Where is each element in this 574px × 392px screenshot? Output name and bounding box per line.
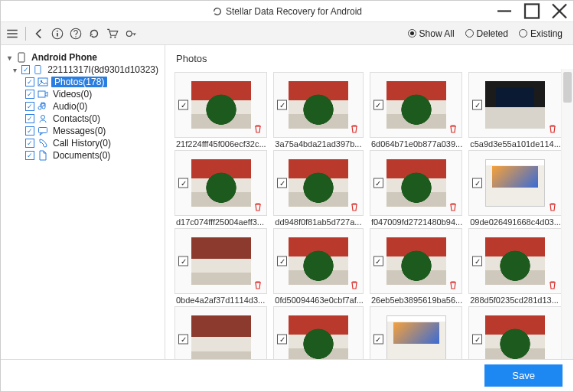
thumbnail-grid: 21f224fff45f006ecf32c...3a75a4bda21ad397… (165, 69, 561, 359)
checkbox[interactable] (21, 65, 30, 74)
back-icon[interactable] (32, 27, 46, 41)
thumbnail-filename: dd948f0f81ab5d727a... (273, 216, 364, 227)
thumbnail-item[interactable]: 09de026491668c4d03... (468, 150, 561, 227)
thumbnail-checkbox[interactable] (373, 335, 383, 345)
thumbnail-frame[interactable] (174, 72, 267, 138)
thumbnail-checkbox[interactable] (178, 178, 188, 188)
thumbnail-checkbox[interactable] (277, 256, 287, 266)
minimize-button[interactable] (491, 1, 518, 21)
thumbnail-checkbox[interactable] (472, 100, 482, 110)
checkbox[interactable] (25, 90, 34, 99)
refresh-icon[interactable] (87, 27, 101, 41)
tree-item[interactable]: Videos(0) (4, 88, 161, 100)
call-icon (38, 138, 48, 149)
trash-icon (547, 123, 558, 134)
footer: Save (1, 359, 573, 391)
thumbnail-checkbox[interactable] (178, 335, 188, 345)
checkbox[interactable] (25, 77, 34, 87)
thumbnail-frame[interactable] (370, 72, 462, 138)
thumbnail-item[interactable]: 3304edde4727d78185... (174, 306, 267, 359)
key-icon[interactable] (124, 27, 138, 41)
thumbnail-checkbox[interactable] (178, 100, 188, 110)
checkbox[interactable] (25, 126, 34, 136)
thumbnail-item[interactable]: d17c074fff25004aeff3... (174, 150, 267, 227)
thumbnail-frame[interactable] (174, 228, 267, 294)
thumbnail-checkbox[interactable] (472, 256, 482, 266)
svg-point-9 (110, 36, 112, 38)
thumbnail-item[interactable]: c5a9d3e55a101de114... (468, 72, 561, 149)
filter-show-all[interactable]: Show All (408, 28, 455, 39)
thumbnail-item[interactable]: 26eb5eb3895619ba56... (370, 228, 462, 305)
thumbnail-checkbox[interactable] (472, 335, 482, 345)
thumbnail-item[interactable]: 288d5f0235cd281d13... (468, 228, 561, 305)
title-bar: Stellar Data Recovery for Android (1, 1, 573, 22)
thumbnail-item[interactable]: 0bde4a2af37d1114d3... (174, 228, 267, 305)
thumbnail-item[interactable]: 6d064b71e0b877a039... (370, 72, 462, 149)
menu-icon[interactable] (5, 27, 19, 41)
help-icon[interactable] (69, 27, 83, 41)
thumbnail-frame[interactable] (370, 228, 462, 294)
sidebar: ▾ Android Phone ▾ 22111317I(8d9301d10323… (1, 45, 165, 359)
photo-preview (485, 159, 545, 207)
cart-icon[interactable] (106, 27, 119, 41)
thumbnail-filename: 6d064b71e0b877a039... (370, 138, 462, 149)
collapse-icon[interactable]: ▾ (5, 54, 13, 62)
thumbnail-checkbox[interactable] (373, 100, 383, 110)
messages-icon (38, 126, 48, 136)
thumbnail-item[interactable]: 3101eaf065f9d5626cb... (370, 306, 462, 359)
checkbox[interactable] (25, 114, 34, 123)
filter-existing[interactable]: Existing (519, 28, 563, 39)
thumbnail-item[interactable]: 3304edde4727d78185... (468, 306, 561, 359)
thumbnail-frame[interactable] (468, 306, 561, 359)
thumbnail-checkbox[interactable] (277, 178, 287, 188)
thumbnail-frame[interactable] (468, 228, 561, 294)
thumbnail-frame[interactable] (273, 306, 364, 359)
thumbnail-frame[interactable] (468, 150, 561, 216)
close-button[interactable] (546, 1, 573, 21)
tree-item[interactable]: Messages(0) (4, 125, 161, 137)
checkbox[interactable] (25, 102, 34, 111)
checkbox[interactable] (25, 139, 34, 148)
thumbnail-item[interactable]: 2b5c270cfed71b7067... (273, 306, 364, 359)
tree-item-label: Documents(0) (51, 150, 112, 161)
info-icon[interactable] (51, 27, 64, 41)
app-logo-icon (212, 6, 223, 17)
thumbnail-frame[interactable] (370, 150, 462, 216)
tree-root[interactable]: ▾ Android Phone (4, 51, 161, 64)
thumbnail-frame[interactable] (273, 228, 364, 294)
maximize-button[interactable] (518, 1, 546, 21)
photo-preview (485, 81, 545, 129)
thumbnail-checkbox[interactable] (472, 178, 482, 188)
thumbnail-checkbox[interactable] (277, 335, 287, 345)
scrollbar-thumb[interactable] (563, 72, 572, 103)
thumbnail-frame[interactable] (370, 306, 462, 359)
tree-item[interactable]: Audio(0) (4, 100, 161, 113)
save-button[interactable]: Save (484, 364, 563, 387)
thumbnail-frame[interactable] (273, 72, 364, 138)
thumbnail-item[interactable]: f047009fd2721480b94... (370, 150, 462, 227)
filter-show-all-label: Show All (419, 28, 455, 39)
tree-item[interactable]: Photos(178) (4, 76, 161, 88)
tree-item[interactable]: Documents(0) (4, 149, 161, 162)
thumbnail-frame[interactable] (468, 72, 561, 138)
thumbnail-checkbox[interactable] (373, 178, 383, 188)
thumbnail-checkbox[interactable] (277, 100, 287, 110)
tree-item[interactable]: Contacts(0) (4, 113, 161, 125)
collapse-icon[interactable]: ▾ (11, 66, 18, 74)
thumbnail-frame[interactable] (273, 150, 364, 216)
thumbnail-checkbox[interactable] (178, 256, 188, 266)
tree-item-label: Audio(0) (51, 101, 89, 112)
thumbnail-item[interactable]: 3a75a4bda21ad397b... (273, 72, 364, 149)
tree-device[interactable]: ▾ 22111317I(8d9301d10323) (4, 64, 161, 76)
tree-item[interactable]: Call History(0) (4, 137, 161, 149)
thumbnail-frame[interactable] (174, 150, 267, 216)
thumbnail-item[interactable]: dd948f0f81ab5d727a... (273, 150, 364, 227)
thumbnail-checkbox[interactable] (373, 256, 383, 266)
filter-deleted[interactable]: Deleted (465, 28, 508, 39)
thumbnail-item[interactable]: 0fd50094463e0cbf7af... (273, 228, 364, 305)
thumbnail-item[interactable]: 21f224fff45f006ecf32c... (174, 72, 267, 149)
scrollbar[interactable] (561, 69, 573, 359)
checkbox[interactable] (25, 151, 34, 160)
trash-icon (349, 201, 360, 212)
thumbnail-frame[interactable] (174, 306, 267, 359)
